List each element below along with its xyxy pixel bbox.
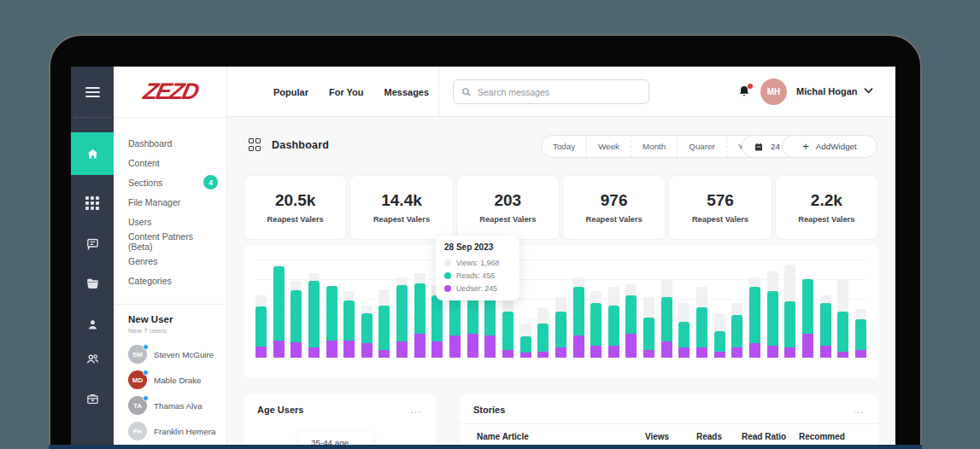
chart-bar[interactable] (714, 257, 725, 358)
dashboard-grid-icon[interactable] (249, 138, 261, 151)
chart-bar[interactable] (855, 257, 866, 358)
chart-bar[interactable] (290, 257, 302, 358)
user-row[interactable]: SM Steven McGuire (128, 341, 222, 367)
chart-bar[interactable] (255, 257, 267, 358)
sidebar-menu-item[interactable]: Sections 4 (128, 172, 218, 192)
stat-card[interactable]: 203 Reapest Valers (456, 175, 560, 240)
chart-bar[interactable] (520, 257, 531, 358)
online-status-dot (143, 395, 149, 401)
chart-bar[interactable] (643, 257, 654, 358)
person-icon (85, 318, 100, 332)
chart-bar[interactable] (590, 257, 601, 358)
period-selector: TodayWeekMonthQuarerYear (541, 135, 767, 158)
icon-rail (71, 67, 114, 449)
hamburger-menu-icon[interactable] (85, 87, 100, 97)
stat-card[interactable]: 976 Reapest Valers (562, 175, 666, 240)
sidebar-menu-item[interactable]: Content (128, 153, 218, 172)
rail-item-messages[interactable] (71, 226, 114, 260)
chart-bar[interactable] (784, 257, 795, 358)
stat-card[interactable]: 576 Reapest Valers (668, 175, 772, 240)
chart-bar[interactable] (396, 257, 408, 358)
chart-bar[interactable] (837, 257, 848, 358)
chart-bar[interactable] (537, 257, 549, 358)
search-box[interactable] (453, 79, 649, 104)
chart-bar[interactable] (379, 257, 390, 358)
search-icon (461, 87, 472, 97)
search-input[interactable] (478, 87, 631, 97)
chart-bar[interactable] (731, 257, 742, 358)
chart-bar[interactable] (661, 257, 672, 358)
user-row[interactable]: MD Mable Drake (128, 367, 222, 393)
user-name: Thamas Alva (154, 401, 202, 411)
rail-item-files[interactable] (71, 266, 114, 300)
chart-bar[interactable] (273, 257, 285, 358)
chart-bar[interactable] (625, 257, 637, 358)
chart-bar[interactable] (749, 257, 760, 358)
more-options-icon[interactable]: ... (410, 407, 422, 412)
chart-bar[interactable] (414, 257, 425, 358)
user-avatar[interactable]: MH (760, 79, 787, 105)
stat-value: 20.5k (275, 191, 316, 210)
column-header[interactable]: Recommed (799, 432, 845, 441)
chart-bar[interactable] (308, 257, 320, 358)
sidebar-menu-item[interactable]: Categories (128, 271, 218, 290)
rail-item-archive[interactable] (71, 382, 114, 416)
sidebar-menu-item[interactable]: Dashboard (128, 133, 218, 153)
stat-card[interactable]: 20.5k Reapest Valers (244, 175, 347, 240)
rail-item-profile[interactable] (71, 307, 114, 341)
chart-card (244, 245, 878, 378)
user-menu-name[interactable]: Michal Hogan (796, 86, 858, 96)
chart-bar[interactable] (326, 257, 337, 358)
column-header[interactable]: Read Ratio (742, 432, 786, 441)
chart-bar[interactable] (555, 257, 566, 358)
user-row[interactable]: TA Thamas Alva (128, 393, 222, 418)
chart-bar[interactable] (802, 257, 813, 358)
chevron-down-icon[interactable] (864, 87, 873, 94)
new-user-title: New User (128, 314, 173, 324)
chart-bar[interactable] (767, 257, 778, 358)
sidebar-menu-item[interactable]: Content Patners (Beta) (128, 231, 218, 251)
stat-card[interactable]: 14.4k Reapest Valers (349, 175, 453, 240)
stat-value: 14.4k (381, 191, 422, 210)
column-header[interactable]: Name Article (477, 432, 529, 441)
plus-icon: + (802, 140, 809, 153)
chart-bar[interactable] (361, 257, 373, 358)
period-option[interactable]: Week (587, 136, 631, 157)
column-header[interactable]: Reads (696, 432, 722, 441)
top-nav-item[interactable]: Popular (273, 87, 308, 97)
sidebar-item-label: Dashboard (128, 138, 172, 149)
chart-bar[interactable] (343, 257, 355, 358)
stat-label: Reapest Valers (798, 215, 854, 224)
user-row[interactable]: FH Franklin Hemera (128, 418, 222, 444)
sidebar-menu-item[interactable]: Users (128, 212, 218, 231)
period-option[interactable]: Month (631, 136, 678, 157)
period-option[interactable]: Quarer (678, 136, 727, 157)
chart-bar[interactable] (573, 257, 584, 358)
chart-bar[interactable] (608, 257, 619, 358)
chart-bar[interactable] (696, 257, 707, 358)
chart-bar[interactable] (820, 257, 831, 358)
top-nav-item[interactable]: For You (329, 87, 364, 97)
tooltip-rows: Views: 1,968 Reads: 456 Uedser: 245 (444, 256, 511, 294)
column-header[interactable]: Views (645, 432, 669, 441)
rail-item-home[interactable] (71, 132, 114, 175)
tooltip-label: Uedser: 245 (456, 284, 497, 293)
tooltip-row: Uedser: 245 (444, 282, 511, 294)
stat-card[interactable]: 2.2k Reapest Valers (775, 175, 878, 240)
notifications-button[interactable] (737, 84, 753, 101)
brand-logo[interactable]: ZEZD (111, 79, 231, 105)
sidebar-menu-item[interactable]: File Manager (128, 192, 218, 212)
online-status-dot (143, 370, 149, 376)
sidebar-menu-item[interactable]: Genres (128, 251, 218, 271)
stories-table-header: Name Article Views Reads Read Ratio Reco… (460, 424, 878, 446)
more-options-icon[interactable]: ... (853, 407, 865, 412)
age-users-card: Age Users ... 35-44 age (244, 394, 436, 449)
rail-item-users-group[interactable] (71, 341, 114, 376)
stat-value: 2.2k (811, 191, 842, 210)
rail-item-apps[interactable] (71, 186, 114, 220)
chart-bar[interactable] (678, 257, 690, 358)
add-widget-button[interactable]: + AddWidget (782, 135, 877, 158)
stat-label: Reapest Valers (267, 215, 324, 224)
top-nav-item[interactable]: Messages (384, 87, 430, 97)
period-option[interactable]: Today (542, 136, 587, 157)
